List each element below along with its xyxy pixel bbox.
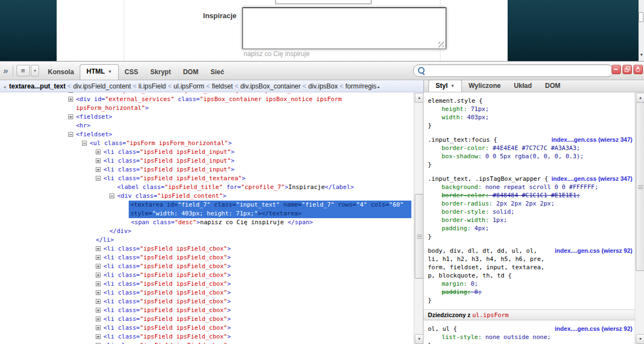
twisty-expand-icon[interactable]: + — [96, 167, 101, 172]
tree-row[interactable]: <hr> — [0, 121, 414, 130]
css-source-link[interactable]: index....gen.css (wiersz 347) — [549, 175, 632, 183]
tree-row[interactable]: −<fieldset> — [0, 130, 414, 139]
css-property[interactable]: box-shadow: 0 0 5px rgba(0, 0, 0, 0.3); — [428, 152, 634, 160]
tree-row[interactable]: +<li class="ipsField ipsField_cbox"> — [0, 332, 414, 341]
css-property[interactable]: border-radius: 2px 2px 2px 2px; — [428, 199, 634, 208]
tree-row[interactable]: +<fieldset> — [0, 113, 414, 121]
breadcrumb-item[interactable]: ul.ipsForm — [173, 82, 204, 90]
twisty-collapse-icon[interactable]: − — [109, 193, 114, 198]
scrollbar-thumb[interactable] — [415, 194, 423, 279]
css-property[interactable]: margin: 0; — [428, 280, 634, 288]
side-tab-dom[interactable]: DOM — [538, 80, 567, 92]
minimize-button[interactable] — [612, 65, 621, 74]
form-input-partial[interactable] — [275, 0, 372, 4]
search-box[interactable] — [413, 64, 614, 77]
twisty-collapse-icon[interactable]: − — [68, 92, 73, 93]
tree-row[interactable]: +<li class="ipsField ipsField_input"> — [0, 148, 414, 157]
breadcrumb-item[interactable]: fieldset — [212, 82, 233, 90]
breadcrumb-item[interactable]: div.ipsBox — [308, 82, 338, 90]
scrollbar-thumb[interactable] — [636, 102, 644, 271]
breadcrumb-item[interactable]: div.ipsBox_container — [240, 82, 301, 90]
css-property[interactable]: padding: 0; — [428, 288, 634, 296]
scroll-up-icon[interactable]: ▲ — [636, 93, 644, 103]
tree-row[interactable]: +<li class="ipsField ipsField_input"> — [0, 165, 414, 174]
search-input[interactable] — [428, 65, 609, 76]
css-property[interactable]: width: 403px; — [428, 113, 634, 121]
scroll-down-icon[interactable]: ▼ — [415, 334, 423, 344]
breadcrumb-item[interactable]: textarea...put_text — [9, 82, 66, 90]
tree-row[interactable]: +<li class="ipsField ipsField_input"> — [0, 157, 414, 165]
css-source-link[interactable]: index....gen.css (wiersz 92) — [552, 247, 632, 255]
tree-row[interactable]: +<li class="ipsField ipsField_cbox"> — [0, 306, 414, 315]
css-source-link[interactable]: index....gen.css (wiersz 347) — [549, 136, 632, 144]
tree-row[interactable]: +<li class="ipsField ipsField_cbox"> — [0, 245, 414, 253]
css-source-link[interactable]: index....gen.css (wiersz 92) — [552, 325, 632, 333]
breadcrumb-overflow-icon[interactable]: ▸ — [378, 85, 380, 90]
twisty-collapse-icon[interactable]: − — [68, 132, 73, 137]
css-property[interactable]: border-style: solid; — [428, 208, 634, 216]
twisty-collapse-icon[interactable]: − — [96, 176, 101, 181]
firebug-tab-html[interactable]: HTML▼ — [80, 64, 118, 80]
css-property[interactable]: border-color: #4E4E4E #7C7C7C #A3A3A3; — [428, 144, 634, 152]
tree-row[interactable]: </div> — [0, 227, 414, 236]
inherited-ref[interactable]: ul.ipsForm — [472, 312, 509, 319]
tree-row[interactable]: +<li class="ipsField ipsField_cbox"> — [0, 262, 414, 271]
firebug-menu-icon[interactable]: ≡ — [16, 65, 30, 76]
tree-row[interactable]: +<li class="ipsField ipsField_cbox"> — [0, 253, 414, 262]
side-tab-wyliczone[interactable]: Wyliczone — [462, 80, 507, 92]
twisty-expand-icon[interactable]: + — [96, 290, 101, 295]
css-property[interactable]: border-color: #848484 #C1C1C1 #E1E1E1; — [428, 191, 634, 199]
firebug-tab-konsola[interactable]: Konsola — [42, 65, 80, 80]
twisty-expand-icon[interactable]: + — [96, 317, 101, 321]
twisty-expand-icon[interactable]: + — [96, 255, 101, 260]
scroll-up-icon[interactable]: ▲ — [415, 93, 423, 103]
firebug-tab-css[interactable]: CSS — [119, 65, 145, 80]
tree-row[interactable]: +<li class="ipsField ipsField_cbox"> — [0, 341, 414, 344]
twisty-expand-icon[interactable]: + — [96, 273, 101, 278]
panel-toggle-icon[interactable]: » — [3, 66, 9, 76]
breadcrumb-item[interactable]: form#regis — [345, 82, 377, 90]
tree-row[interactable]: +<li class="ipsField ipsField_cbox"> — [0, 324, 414, 332]
twisty-expand-icon[interactable]: + — [96, 158, 101, 163]
browser-scrollbar-thumb[interactable] — [639, 12, 643, 22]
tree-row[interactable]: +<li class="ipsField ipsField_cbox"> — [0, 271, 414, 280]
tree-row[interactable]: −<li class="ipsField ipsField_textarea"> — [0, 174, 414, 183]
twisty-expand-icon[interactable]: + — [68, 114, 73, 119]
twisty-expand-icon[interactable]: + — [96, 149, 101, 154]
css-property[interactable]: height: 71px; — [428, 105, 634, 113]
css-property[interactable]: background: none repeat scroll 0 0 #FFFF… — [428, 183, 634, 191]
tree-row[interactable]: +<li class="ipsField ipsField_cbox"> — [0, 280, 414, 288]
inspiracje-textarea[interactable] — [242, 7, 447, 49]
browser-scrollbar[interactable]: ▼ — [639, 0, 644, 61]
side-tab-styl[interactable]: Styl▼ — [428, 80, 462, 92]
tree-row[interactable]: <label class="ipsField_title" for="cprof… — [0, 183, 414, 192]
tree-row[interactable]: +<li class="ipsField ipsField_cbox"> — [0, 288, 414, 297]
tree-row[interactable]: <span class="desc">napisz co Cię inspiru… — [0, 218, 414, 227]
twisty-expand-icon[interactable]: + — [96, 281, 101, 286]
twisty-collapse-icon[interactable]: − — [82, 141, 87, 146]
scroll-down-icon[interactable]: ▼ — [640, 53, 643, 57]
twisty-expand-icon[interactable]: + — [96, 246, 101, 251]
html-tree-scrollbar[interactable]: ▲ ▼ — [414, 92, 423, 344]
twisty-expand-icon[interactable]: + — [96, 334, 101, 339]
twisty-expand-icon[interactable]: + — [96, 308, 101, 313]
tree-row[interactable]: +<li class="ipsField ipsField_cbox"> — [0, 315, 414, 324]
firebug-tab-skrypt[interactable]: Skrypt — [144, 65, 177, 80]
scroll-down-icon[interactable]: ▼ — [636, 334, 644, 344]
twisty-expand-icon[interactable]: + — [68, 97, 73, 102]
css-property[interactable]: list-style: none outside none; — [428, 333, 634, 341]
twisty-expand-icon[interactable]: + — [96, 264, 101, 269]
breadcrumb-item[interactable]: div.ipsField_content — [73, 82, 131, 90]
menu-dropdown-icon[interactable]: ▾ — [31, 65, 39, 76]
power-button[interactable] — [634, 65, 643, 74]
side-tab-układ[interactable]: Układ — [507, 80, 538, 92]
breadcrumb-back-icon[interactable]: ◂ — [3, 84, 6, 90]
firebug-tab-dom[interactable]: DOM — [177, 65, 205, 80]
tree-row[interactable]: </li> — [0, 236, 414, 245]
twisty-expand-icon[interactable]: + — [96, 325, 101, 330]
tree-row[interactable]: <textarea id="field_7" class="input_text… — [129, 201, 411, 218]
breadcrumb-item[interactable]: li.ipsField — [139, 82, 166, 90]
detach-button[interactable] — [623, 65, 632, 74]
css-property[interactable]: padding: 4px; — [428, 224, 634, 232]
tree-row[interactable]: +<div id="external_services" class="ipsB… — [0, 95, 354, 113]
